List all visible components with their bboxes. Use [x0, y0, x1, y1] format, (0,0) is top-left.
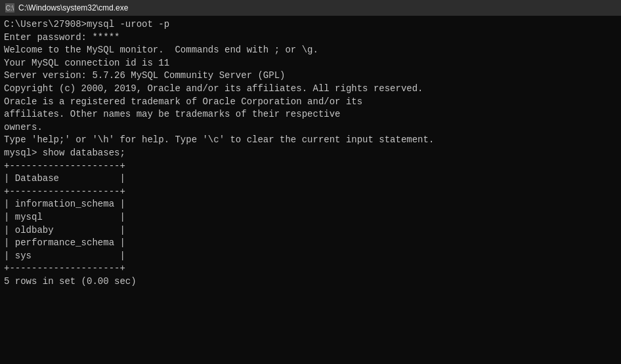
terminal-line-db5: | sys |: [4, 250, 617, 263]
terminal-line-db4: | performance_schema |: [4, 237, 617, 250]
terminal-line-copyright: Copyright (c) 2000, 2019, Oracle and/or …: [4, 83, 617, 96]
terminal-line-oracle2: affiliates. Other names may be trademark…: [4, 108, 617, 121]
terminal-line-password: Enter password: *****: [4, 31, 617, 45]
terminal-line-rowcount: 5 rows in set (0.00 sec): [4, 275, 617, 289]
terminal-line-table-sep: +--------------------+: [4, 186, 617, 199]
terminal-line-table-header: | Database |: [4, 172, 617, 186]
terminal-line-db3: | oldbaby |: [4, 224, 617, 237]
terminal-line-table-bottom: +--------------------+: [4, 262, 617, 275]
title-bar-text: C:\Windows\system32\cmd.exe: [18, 3, 128, 12]
terminal-line-help: Type 'help;' or '\h' for help. Type '\c'…: [4, 134, 617, 147]
terminal-line-prompt1: C:\Users\27908>mysql -uroot -p: [4, 18, 617, 31]
terminal-line-table-top: +--------------------+: [4, 160, 617, 173]
terminal-line-db1: | information_schema |: [4, 198, 617, 211]
terminal-body: C:\Users\27908>mysql -uroot -pEnter pass…: [0, 16, 621, 364]
terminal-line-welcome: Welcome to the MySQL monitor. Commands e…: [4, 44, 617, 57]
terminal-line-version: Server version: 5.7.26 MySQL Community S…: [4, 70, 617, 83]
terminal-line-oracle3: owners.: [4, 121, 617, 134]
terminal-line-db2: | mysql |: [4, 211, 617, 224]
terminal-line-prompt2: mysql> show databases;: [4, 147, 617, 160]
title-bar: C:\ C:\Windows\system32\cmd.exe: [0, 0, 621, 16]
terminal-line-connid: Your MySQL connection id is 11: [4, 57, 617, 70]
cmd-icon: C:\: [5, 3, 14, 12]
terminal-line-oracle1: Oracle is a registered trademark of Orac…: [4, 96, 617, 109]
